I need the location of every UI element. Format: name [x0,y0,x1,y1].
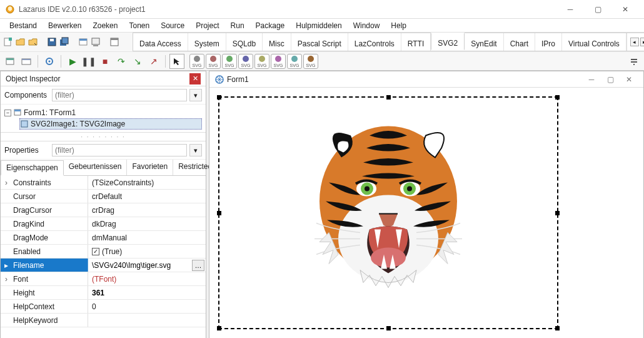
menu-run[interactable]: Run [225,20,250,31]
tree-item-form1[interactable]: − Form1: TForm1 [4,107,202,118]
menu-project[interactable]: Project [190,20,224,31]
tab-synedit[interactable]: SynEdit [465,33,503,51]
pause-button[interactable]: ❚❚ [81,54,96,69]
prop-row-filename[interactable]: ▸Filename\SVGv240\Img\tiger.svg… [1,259,206,272]
splitter[interactable]: · · · · · · · · [1,133,206,141]
tab-system[interactable]: System [188,33,226,51]
tab-data-access[interactable]: Data Access [133,33,188,51]
svg-rect-6 [62,38,68,44]
view-forms-button[interactable] [3,54,18,69]
palette-selector-arrow[interactable] [169,54,184,69]
resize-handle[interactable] [217,326,221,330]
view-units-button[interactable] [109,34,120,49]
svg-rect-11 [111,38,118,40]
menu-package[interactable]: Package [250,20,291,31]
filename-browse-button[interactable]: … [192,260,204,271]
form-designer: Form1 ─ ▢ ✕ [209,71,644,338]
settings-button[interactable] [42,54,57,69]
resize-handle[interactable] [386,326,391,330]
selection-rect[interactable] [218,96,558,329]
tab-gebeurtenissen[interactable]: Gebeurtenissen [64,160,128,175]
resize-handle[interactable] [555,95,560,100]
menu-bewerken[interactable]: Bewerken [43,20,87,31]
tab-svg2[interactable]: SVG2 [431,33,465,50]
menu-zoeken[interactable]: Zoeken [87,20,123,31]
resize-handle[interactable] [555,326,560,330]
design-canvas[interactable] [213,91,640,334]
toggle-form-unit-button[interactable] [90,34,101,49]
save-all-button[interactable] [59,34,70,49]
component-svg-4[interactable]: SVG [238,54,253,69]
properties-filter-button[interactable]: ▾ [189,144,202,156]
resize-handle[interactable] [386,95,391,100]
open-button[interactable] [15,34,26,49]
components-filter-button[interactable]: ▾ [189,89,202,101]
close-button[interactable]: ✕ [611,0,639,18]
palette-scroll-left[interactable]: ◂ [630,38,639,46]
prop-row-helpcontext[interactable]: HelpContext0 [1,300,206,314]
prop-row-constraints[interactable]: ›Constraints(TSizeConstraints) [1,176,206,190]
resize-handle[interactable] [555,211,560,215]
step-out-button[interactable]: ↗ [146,54,161,69]
tree-expand-icon[interactable]: − [4,110,11,116]
stop-button[interactable]: ■ [98,54,113,69]
tab-eigenschappen[interactable]: Eigenschappen [1,160,64,176]
tab-sqldb[interactable]: SQLdb [226,33,263,51]
properties-filter-input[interactable] [52,144,187,156]
tab-misc[interactable]: Misc [263,33,291,51]
component-svg-6[interactable]: SVG [271,54,286,69]
palette-scroll-right[interactable]: ▸ [640,38,644,46]
prop-row-font[interactable]: ›Font(TFont) [1,272,206,286]
tree-item-label: SVG2Image1: TSVG2Image [31,120,125,128]
open-recent-button[interactable] [28,34,39,49]
prop-row-height[interactable]: Height361 [1,286,206,300]
run-button[interactable]: ▶ [65,54,80,69]
prop-row-dragmode[interactable]: DragModedmManual [1,231,206,245]
component-svg-2[interactable]: SVG [206,54,221,69]
tab-lazcontrols[interactable]: LazControls [348,33,401,51]
tab-favorieten[interactable]: Favorieten [127,160,173,175]
maximize-button[interactable]: ▢ [584,0,611,18]
prop-row-enabled[interactable]: Enabled✓(True) [1,245,206,259]
menu-source[interactable]: Source [155,20,190,31]
form-minimize-button[interactable]: ─ [582,75,601,84]
svg-rect-20 [633,64,635,65]
prop-row-dragcursor[interactable]: DragCursorcrDrag [1,203,206,217]
svg-point-17 [49,60,51,62]
component-svg-1[interactable]: SVG [189,54,204,69]
minimize-button[interactable]: ─ [556,0,584,18]
object-inspector: Object Inspector ✕ Components ▾ − Form1:… [0,71,206,338]
menu-bestand[interactable]: Bestand [4,20,43,31]
prop-row-dragkind[interactable]: DragKinddkDrag [1,217,206,231]
components-filter-input[interactable] [52,89,187,101]
manage-desktops-button[interactable] [19,54,34,69]
menu-hulpmiddelen[interactable]: Hulpmiddelen [290,20,347,31]
menu-tonen[interactable]: Tonen [123,20,155,31]
step-into-button[interactable]: ↘ [130,54,145,69]
new-form-button[interactable] [78,34,89,49]
form-close-button[interactable]: ✕ [620,75,638,84]
tab-rtti[interactable]: RTTI [401,33,431,51]
palette-options-button[interactable] [626,54,641,69]
tab-chart[interactable]: Chart [504,33,535,51]
tab-virtual-controls[interactable]: Virtual Controls [562,33,626,51]
tree-item-svg2image1[interactable]: SVG2Image1: TSVG2Image [19,118,202,130]
component-svg-8[interactable]: SVG [303,54,318,69]
tab-pascal-script[interactable]: Pascal Script [291,33,348,51]
save-button[interactable] [46,34,58,49]
svg-rect-13 [6,58,14,60]
inspector-close-button[interactable]: ✕ [189,73,201,84]
form-maximize-button[interactable]: ▢ [601,75,620,84]
resize-handle[interactable] [217,95,221,100]
new-unit-button[interactable] [3,34,14,49]
prop-row-helpkeyword[interactable]: HelpKeyword [1,314,206,327]
component-svg-7[interactable]: SVG [287,54,302,69]
component-svg-3[interactable]: SVG [222,54,237,69]
prop-row-cursor[interactable]: CursorcrDefault [1,190,206,203]
resize-handle[interactable] [217,211,221,215]
tab-ipro[interactable]: IPro [535,33,562,51]
component-svg-5[interactable]: SVG [254,54,269,69]
menu-window[interactable]: Window [348,20,386,31]
menu-help[interactable]: Help [385,20,412,31]
step-over-button[interactable]: ↷ [114,54,129,69]
